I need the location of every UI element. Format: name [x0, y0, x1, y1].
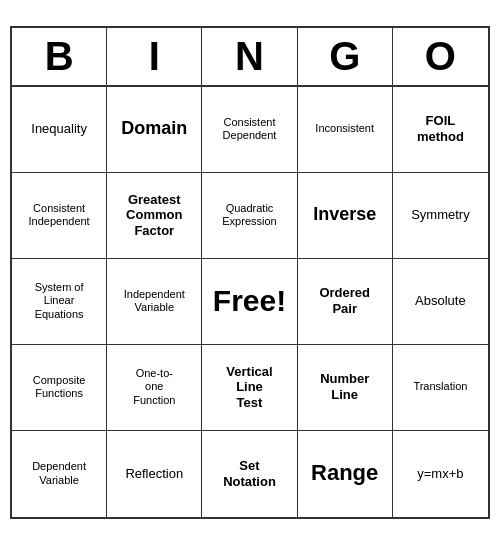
- bingo-cell: Number Line: [298, 345, 393, 431]
- header-letter: I: [107, 28, 202, 85]
- header-letter: B: [12, 28, 107, 85]
- bingo-cell: Composite Functions: [12, 345, 107, 431]
- header-letter: O: [393, 28, 488, 85]
- bingo-cell: Independent Variable: [107, 259, 202, 345]
- header-letter: G: [298, 28, 393, 85]
- bingo-cell: Free!: [202, 259, 297, 345]
- bingo-cell: Greatest Common Factor: [107, 173, 202, 259]
- bingo-cell: y=mx+b: [393, 431, 488, 517]
- bingo-cell: FOIL method: [393, 87, 488, 173]
- bingo-cell: Reflection: [107, 431, 202, 517]
- bingo-cell: Symmetry: [393, 173, 488, 259]
- bingo-cell: Translation: [393, 345, 488, 431]
- header-letter: N: [202, 28, 297, 85]
- bingo-cell: Ordered Pair: [298, 259, 393, 345]
- bingo-cell: System of Linear Equations: [12, 259, 107, 345]
- bingo-cell: Consistent Dependent: [202, 87, 297, 173]
- bingo-cell: Consistent Independent: [12, 173, 107, 259]
- bingo-cell: Inconsistent: [298, 87, 393, 173]
- bingo-cell: Domain: [107, 87, 202, 173]
- bingo-cell: Set Notation: [202, 431, 297, 517]
- bingo-cell: One-to- one Function: [107, 345, 202, 431]
- bingo-cell: Absolute: [393, 259, 488, 345]
- bingo-cell: Inverse: [298, 173, 393, 259]
- bingo-cell: Quadratic Expression: [202, 173, 297, 259]
- bingo-header: BINGO: [12, 28, 488, 87]
- bingo-cell: Dependent Variable: [12, 431, 107, 517]
- bingo-grid: InequalityDomainConsistent DependentInco…: [12, 87, 488, 517]
- bingo-card: BINGO InequalityDomainConsistent Depende…: [10, 26, 490, 519]
- bingo-cell: Range: [298, 431, 393, 517]
- bingo-cell: Inequality: [12, 87, 107, 173]
- bingo-cell: Vertical Line Test: [202, 345, 297, 431]
